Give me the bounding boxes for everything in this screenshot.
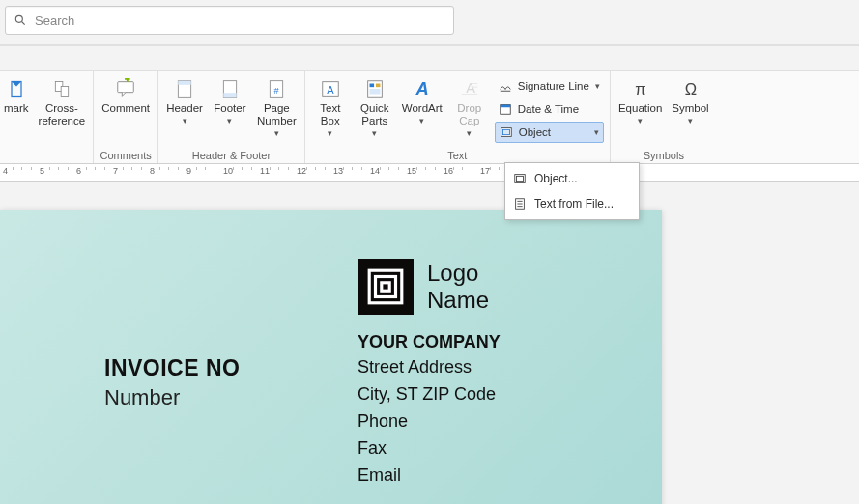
chevron-down-icon: ▾: [227, 116, 232, 126]
svg-rect-18: [376, 84, 381, 88]
svg-point-0: [15, 15, 22, 22]
chevron-down-icon: ▾: [595, 81, 600, 91]
comments-group-label: Comments: [98, 148, 154, 163]
svg-text:A: A: [415, 78, 428, 98]
search-placeholder: Search: [35, 14, 74, 28]
ruler-number: 12: [297, 166, 306, 176]
symbol-button[interactable]: Ω Symbol ▾: [668, 73, 712, 127]
object-button[interactable]: Object ▾: [495, 122, 604, 143]
svg-rect-9: [178, 81, 190, 85]
ruler-number: 17: [480, 166, 490, 176]
object-icon: [500, 126, 513, 139]
chevron-down-icon: ▾: [467, 128, 472, 138]
svg-rect-29: [502, 129, 509, 134]
header-icon: [173, 77, 196, 100]
ruler-number: 9: [186, 166, 191, 176]
chevron-down-icon: ▾: [274, 128, 279, 138]
footer-button[interactable]: Footer ▾: [209, 73, 251, 127]
date-time-button[interactable]: Date & Time: [495, 98, 604, 120]
object-menu-item[interactable]: Object...: [505, 166, 639, 191]
header-footer-group-label: Header & Footer: [162, 148, 301, 163]
text-from-file-menu-item[interactable]: Text from File...: [505, 191, 639, 216]
text-group-label: Text: [309, 148, 606, 163]
cross-reference-button[interactable]: Cross- reference: [35, 73, 90, 129]
equation-button[interactable]: π Equation ▾: [615, 73, 666, 127]
text-file-icon: [513, 197, 527, 210]
object-icon: [513, 172, 527, 185]
chevron-down-icon: ▾: [372, 128, 377, 138]
company-name: YOUR COMPANY: [358, 332, 501, 352]
ruler-number: 10: [223, 166, 233, 176]
address-line: Phone: [358, 408, 501, 434]
search-icon: [14, 14, 27, 27]
svg-rect-5: [118, 82, 134, 93]
page-number-button[interactable]: # Page Number ▾: [253, 73, 301, 140]
address-line: Email: [358, 462, 501, 488]
ruler-number: 14: [370, 166, 380, 176]
cross-reference-icon: [50, 77, 73, 100]
chevron-down-icon: ▾: [419, 116, 424, 126]
address-line: Street Address: [358, 354, 501, 379]
ruler-number: 7: [113, 166, 118, 176]
chevron-down-icon: ▾: [328, 128, 332, 138]
wordart-icon: A: [411, 77, 434, 100]
quick-parts-button[interactable]: Quick Parts ▾: [354, 73, 396, 140]
symbols-group-label: Symbols: [615, 148, 713, 163]
header-button[interactable]: Header ▾: [162, 73, 207, 127]
ruler-number: 6: [76, 166, 81, 176]
logo-text: Logo Name: [427, 260, 489, 314]
object-dropdown: Object... Text from File...: [504, 162, 640, 220]
equation-icon: π: [629, 77, 652, 100]
svg-line-1: [22, 22, 25, 25]
address-line: Fax: [358, 435, 501, 461]
svg-rect-17: [369, 84, 374, 88]
signature-line-button[interactable]: Signature Line ▾: [495, 75, 604, 97]
svg-text:A: A: [466, 80, 475, 96]
svg-rect-4: [61, 87, 68, 97]
svg-text:π: π: [635, 80, 645, 98]
bookmark-icon: [5, 77, 28, 100]
chevron-down-icon: ▾: [638, 116, 643, 126]
chevron-down-icon: ▾: [594, 127, 599, 137]
ruler-number: 15: [407, 166, 416, 176]
svg-text:A: A: [327, 84, 334, 96]
chevron-down-icon: ▾: [688, 116, 693, 126]
ribbon: mark Cross- reference Comment Comments: [0, 71, 859, 164]
document-area[interactable]: INVOICE NO Number Logo Name YOUR COMPANY…: [0, 182, 859, 504]
footer-icon: [218, 77, 242, 100]
search-input[interactable]: Search: [5, 6, 454, 35]
address-line: City, ST ZIP Code: [358, 381, 501, 406]
signature-icon: [499, 79, 512, 93]
ruler[interactable]: 4567891011121314151617: [0, 164, 859, 182]
drop-cap-button: A Drop Cap ▾: [448, 73, 491, 140]
ruler-number: 4: [3, 166, 8, 176]
ruler-number: 8: [150, 166, 155, 176]
ruler-number: 11: [260, 166, 270, 176]
svg-rect-11: [223, 93, 236, 97]
svg-rect-27: [501, 105, 511, 108]
svg-rect-19: [369, 89, 380, 95]
page-number-icon: #: [265, 77, 288, 100]
wordart-button[interactable]: A WordArt ▾: [398, 73, 446, 127]
ruler-number: 5: [40, 166, 44, 176]
svg-rect-39: [376, 277, 396, 297]
drop-cap-icon: A: [458, 77, 481, 100]
chevron-down-icon: ▾: [183, 116, 187, 126]
ruler-number: 16: [444, 166, 453, 176]
bookmark-button[interactable]: mark: [0, 73, 33, 117]
invoice-number-value: Number: [104, 385, 240, 410]
quick-parts-icon: [363, 77, 387, 100]
svg-rect-40: [382, 283, 389, 291]
text-box-icon: A: [319, 77, 342, 100]
comment-button[interactable]: Comment: [98, 73, 154, 117]
comment-icon: [114, 77, 137, 100]
ruler-number: 13: [333, 166, 343, 176]
date-time-icon: [499, 102, 512, 116]
text-box-button[interactable]: A Text Box ▾: [309, 73, 352, 140]
invoice-no-label: INVOICE NO: [104, 355, 240, 381]
logo-image: [358, 259, 414, 315]
symbol-icon: Ω: [679, 77, 702, 100]
document-page: INVOICE NO Number Logo Name YOUR COMPANY…: [0, 210, 662, 504]
svg-text:Ω: Ω: [684, 80, 696, 98]
